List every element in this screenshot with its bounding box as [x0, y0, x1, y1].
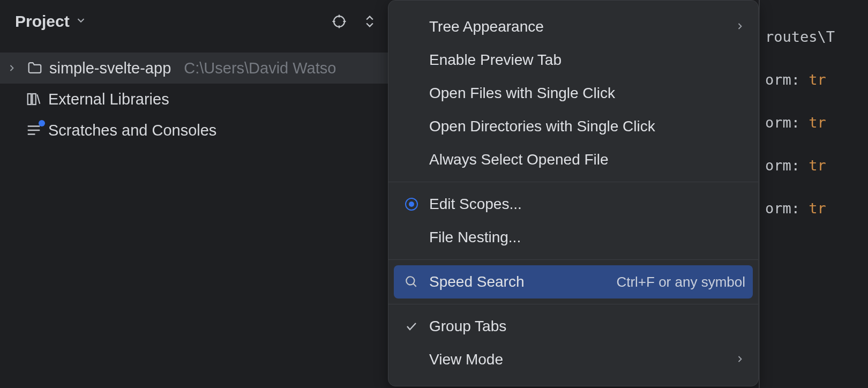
- check-icon: [401, 320, 422, 333]
- tree-scratches[interactable]: Scratches and Consoles: [0, 115, 445, 146]
- menu-tree-appearance[interactable]: Tree Appearance: [388, 10, 758, 43]
- scratches-label: Scratches and Consoles: [48, 122, 216, 139]
- svg-point-0: [334, 16, 345, 27]
- menu-separator: [388, 304, 758, 304]
- menu-separator: [388, 182, 758, 182]
- svg-point-14: [406, 277, 414, 285]
- indicator-dot-icon: [39, 120, 45, 126]
- svg-line-10: [37, 94, 40, 104]
- editor-line: orm: tr: [760, 101, 868, 144]
- menu-speed-search[interactable]: Speed Search Ctrl+F or any symbol: [394, 265, 753, 299]
- chevron-right-icon: [735, 18, 745, 35]
- menu-separator: [388, 259, 758, 260]
- svg-line-15: [413, 283, 416, 286]
- menu-always-select-opened[interactable]: Always Select Opened File: [388, 143, 758, 176]
- project-tree: simple-svelte-app C:\Users\David Watso E…: [0, 43, 445, 146]
- chevron-right-icon[interactable]: [3, 63, 20, 73]
- editor-line: orm: tr: [760, 144, 868, 186]
- project-path-label: C:\Users\David Watso: [184, 59, 336, 77]
- external-libraries-label: External Libraries: [48, 91, 169, 108]
- menu-shortcut-label: Ctrl+F or any symbol: [616, 274, 745, 290]
- expand-all-icon[interactable]: [362, 14, 377, 29]
- menu-open-files-single-click[interactable]: Open Files with Single Click: [388, 77, 758, 110]
- chevron-down-icon: [75, 13, 87, 30]
- menu-group-tabs[interactable]: Group Tabs: [388, 310, 758, 343]
- project-sidebar: Project: [0, 0, 445, 388]
- svg-rect-9: [33, 94, 36, 105]
- svg-rect-8: [28, 94, 31, 105]
- menu-enable-preview-tab[interactable]: Enable Preview Tab: [388, 43, 758, 77]
- locate-icon[interactable]: [331, 13, 347, 29]
- editor-tab-fragment: routes\T: [760, 15, 868, 58]
- menu-open-dirs-single-click[interactable]: Open Directories with Single Click: [388, 110, 758, 143]
- library-icon: [25, 91, 43, 107]
- tree-external-libraries[interactable]: External Libraries: [0, 84, 445, 115]
- project-title: Project: [15, 12, 70, 31]
- project-dropdown[interactable]: Project: [15, 12, 87, 31]
- search-icon: [401, 275, 422, 289]
- project-name-label: simple-svelte-app: [49, 59, 171, 77]
- menu-file-nesting[interactable]: File Nesting...: [388, 221, 758, 254]
- project-options-menu: Tree Appearance Enable Preview Tab Open …: [388, 0, 759, 386]
- radio-on-icon: [401, 198, 422, 211]
- tree-root-project[interactable]: simple-svelte-app C:\Users\David Watso: [0, 53, 445, 84]
- sidebar-header: Project: [0, 0, 445, 43]
- editor-line: orm: tr: [760, 186, 868, 229]
- folder-icon: [26, 60, 44, 76]
- menu-edit-scopes[interactable]: Edit Scopes...: [388, 188, 758, 221]
- editor-line: orm: tr: [760, 58, 868, 101]
- editor-peek: routes\T orm: tr orm: tr orm: tr orm: tr: [759, 0, 868, 388]
- scratches-icon: [25, 122, 43, 138]
- chevron-right-icon: [735, 351, 745, 368]
- menu-view-mode[interactable]: View Mode: [388, 343, 758, 376]
